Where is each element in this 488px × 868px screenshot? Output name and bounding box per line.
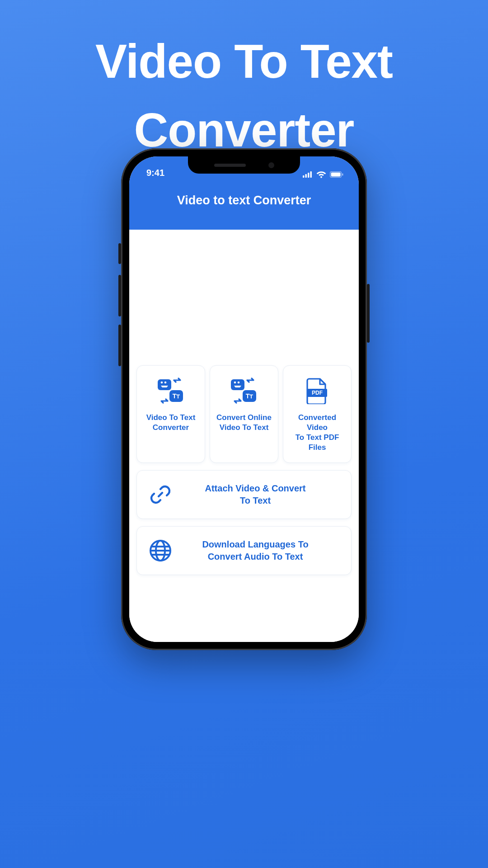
video-text-convert-icon: Tᴛ xyxy=(229,377,259,406)
svg-point-13 xyxy=(234,382,236,384)
svg-rect-1 xyxy=(305,174,307,178)
phone-side-button xyxy=(118,243,121,264)
svg-rect-3 xyxy=(310,171,312,178)
promo-title: Video To Text Converter xyxy=(0,0,488,165)
pdf-file-icon: PDF xyxy=(305,377,329,406)
signal-icon xyxy=(303,171,313,178)
svg-rect-6 xyxy=(342,174,343,176)
svg-rect-5 xyxy=(331,173,341,177)
card-label: Video To Text Converter xyxy=(146,413,196,433)
svg-text:Tᴛ: Tᴛ xyxy=(173,392,181,400)
phone-side-button xyxy=(118,325,121,366)
row-label: Download Languages To Convert Audio To T… xyxy=(188,538,341,563)
svg-rect-12 xyxy=(231,379,244,390)
svg-rect-2 xyxy=(308,173,309,178)
battery-icon xyxy=(330,171,343,178)
svg-rect-7 xyxy=(158,379,171,390)
link-icon xyxy=(147,483,174,506)
card-video-to-text[interactable]: Tᴛ Video To Text Converter xyxy=(136,365,205,463)
row-download-languages[interactable]: Download Languages To Convert Audio To T… xyxy=(136,526,352,575)
row-attach-video[interactable]: Attach Video & Convert To Text xyxy=(136,470,352,519)
phone-side-button xyxy=(118,275,121,316)
svg-point-9 xyxy=(164,382,167,384)
svg-point-14 xyxy=(238,382,240,384)
svg-text:Tᴛ: Tᴛ xyxy=(246,392,254,400)
phone-screen: 9:41 Video to text Converter xyxy=(129,156,359,642)
wifi-icon xyxy=(316,171,326,178)
globe-icon xyxy=(147,538,174,563)
video-text-convert-icon: Tᴛ xyxy=(156,377,186,406)
phone-notch xyxy=(188,156,300,174)
svg-point-8 xyxy=(161,382,163,384)
card-online-video-to-text[interactable]: Tᴛ Convert Online Video To Text xyxy=(210,365,278,463)
svg-text:PDF: PDF xyxy=(312,390,323,396)
card-label: Converted Video To Text PDF Files xyxy=(287,413,347,453)
svg-rect-0 xyxy=(303,175,304,178)
card-label: Convert Online Video To Text xyxy=(216,413,272,433)
status-time: 9:41 xyxy=(143,168,164,178)
app-title: Video to text Converter xyxy=(177,193,311,208)
app-bar: Video to text Converter xyxy=(129,180,359,230)
main-content: Tᴛ Video To Text Converter xyxy=(129,230,359,642)
phone-frame: 9:41 Video to text Converter xyxy=(121,148,367,650)
phone-side-button xyxy=(367,284,370,343)
card-pdf-files[interactable]: PDF Converted Video To Text PDF Files xyxy=(283,365,352,463)
row-label: Attach Video & Convert To Text xyxy=(188,482,341,507)
